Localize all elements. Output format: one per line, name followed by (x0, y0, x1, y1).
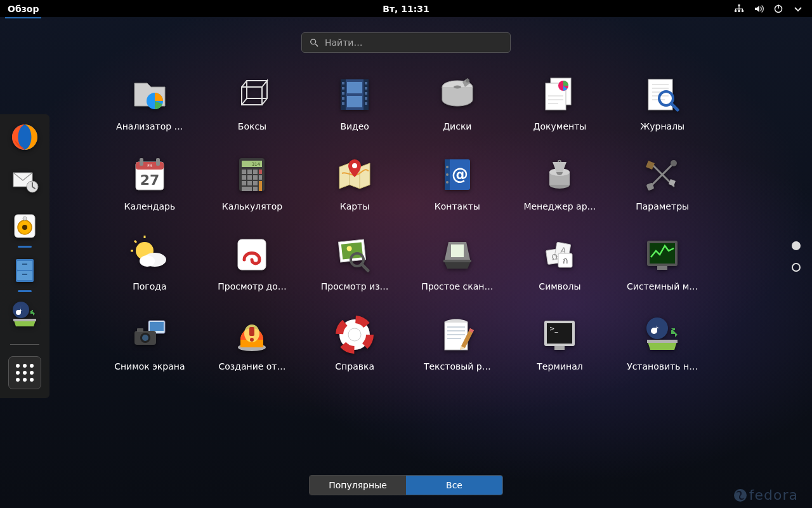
system-status-area[interactable] (734, 4, 812, 14)
svg-text:314: 314 (252, 162, 261, 167)
svg-text:>_: >_ (549, 325, 558, 333)
svg-point-92 (140, 255, 155, 267)
contacts-icon: @ (437, 154, 478, 195)
app-system-monitor[interactable]: Системный м… (614, 234, 710, 291)
text-editor-icon (437, 314, 478, 355)
svg-point-77 (446, 166, 449, 168)
app-label: Создание от… (218, 361, 285, 371)
app-label: Журналы (640, 121, 684, 131)
svg-rect-17 (22, 274, 27, 275)
app-install[interactable]: Установить н… (614, 314, 710, 371)
image-viewer-icon (334, 234, 375, 275)
app-help[interactable]: Справка (306, 314, 403, 371)
screenshot-icon (129, 314, 170, 355)
terminal-icon: >_ (539, 314, 580, 355)
firefox-icon (10, 122, 40, 152)
svg-rect-68 (242, 181, 246, 185)
svg-rect-129 (554, 346, 565, 350)
svg-point-74 (352, 163, 357, 168)
workspace-1[interactable] (792, 241, 801, 250)
app-label: Терминал (537, 361, 582, 371)
svg-rect-67 (259, 175, 262, 180)
svg-point-117 (250, 338, 254, 342)
svg-rect-69 (247, 181, 252, 185)
svg-rect-0 (738, 4, 740, 6)
disks-icon (437, 74, 478, 115)
activities-button[interactable]: Обзор (0, 0, 46, 17)
dock-rhythmbox[interactable] (7, 208, 43, 244)
show-applications-button[interactable] (8, 356, 41, 389)
app-label: Текстовый р… (424, 361, 491, 371)
activities-label: Обзор (8, 4, 39, 14)
app-label: Менеджер ар… (523, 201, 596, 211)
tab-frequent[interactable]: Популярные (310, 476, 406, 495)
fedora-logo-icon (734, 489, 747, 502)
workspace-switcher[interactable] (792, 241, 801, 272)
svg-point-120 (348, 328, 361, 341)
app-settings[interactable]: Параметры (614, 154, 710, 211)
svg-rect-23 (342, 82, 344, 84)
app-documents[interactable]: Документы (512, 74, 608, 131)
svg-rect-107 (657, 266, 667, 270)
app-document-viewer[interactable]: Просмотр до… (204, 234, 301, 291)
svg-point-79 (446, 181, 449, 184)
app-label: Параметры (636, 201, 689, 211)
app-contacts[interactable]: @ Контакты (409, 154, 506, 211)
boxes-icon (232, 74, 272, 115)
documents-icon (539, 74, 580, 115)
app-simple-scan[interactable]: Простое скан… (409, 234, 506, 291)
dock-files[interactable] (7, 253, 43, 288)
app-calculator[interactable]: 314 Калькулятор (204, 154, 301, 211)
app-problem-reporting[interactable]: Создание от… (204, 314, 301, 371)
clock-text: Вт, 11:31 (383, 4, 429, 14)
video-icon (334, 74, 375, 115)
svg-rect-26 (342, 97, 344, 100)
dock-evolution[interactable] (7, 164, 43, 199)
svg-rect-15 (17, 271, 32, 280)
app-logs[interactable]: Журналы (614, 74, 710, 131)
app-boxes[interactable]: Боксы (204, 74, 301, 131)
app-videos[interactable]: Видео (306, 74, 403, 131)
system-monitor-icon (642, 234, 683, 275)
app-maps[interactable]: Карты (306, 154, 403, 211)
svg-rect-65 (247, 175, 252, 180)
app-label: Снимок экрана (114, 361, 185, 371)
dock-firefox[interactable] (7, 119, 43, 155)
svg-rect-28 (365, 82, 367, 84)
app-image-viewer[interactable]: Просмотр из… (306, 234, 403, 291)
app-label: Погода (133, 281, 166, 291)
svg-text:Ω: Ω (551, 252, 558, 262)
app-archive-manager[interactable]: Менеджер ар… (512, 154, 608, 211)
search-input[interactable]: Найти… (301, 32, 511, 53)
svg-point-85 (671, 160, 677, 166)
app-screenshot[interactable]: Снимок экрана (102, 314, 198, 371)
workspace-2[interactable] (792, 263, 801, 272)
app-weather[interactable]: Погода (102, 234, 198, 291)
svg-rect-71 (259, 181, 262, 191)
svg-rect-53 (140, 158, 143, 166)
svg-text:27: 27 (140, 172, 160, 188)
tab-frequent-label: Популярные (329, 480, 387, 490)
app-terminal[interactable]: >_ Терминал (512, 314, 608, 371)
app-characters[interactable]: กΩA Символы (512, 234, 608, 291)
network-icon (734, 4, 744, 14)
dock-installer[interactable] (7, 297, 43, 333)
fedora-watermark: fedora (734, 487, 798, 503)
app-calendar[interactable]: FR27 Календарь (102, 154, 198, 211)
app-disk-usage[interactable]: Анализатор … (102, 74, 198, 131)
fedora-installer-icon (10, 300, 40, 330)
clock[interactable]: Вт, 11:31 (383, 4, 429, 14)
app-label: Диски (443, 121, 471, 131)
app-disks[interactable]: Диски (409, 74, 506, 131)
tab-all[interactable]: Все (406, 476, 502, 495)
app-text-editor[interactable]: Текстовый р… (409, 314, 506, 371)
svg-rect-32 (365, 102, 367, 105)
speaker-icon (10, 211, 40, 241)
disk-usage-icon (129, 74, 170, 115)
app-label: Календарь (124, 201, 176, 211)
app-label: Установить н… (627, 361, 698, 371)
svg-point-78 (446, 173, 449, 176)
settings-icon (642, 154, 683, 195)
svg-rect-63 (259, 170, 262, 174)
svg-point-11 (22, 225, 27, 230)
